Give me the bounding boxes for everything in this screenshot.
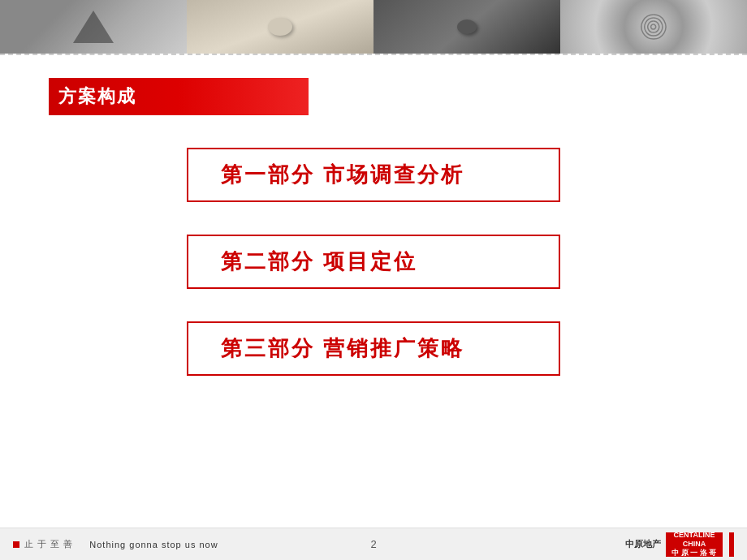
footer-left: 止 于 至 善 Nothing gonna stop us now <box>13 538 218 550</box>
footer-page-number: 2 <box>370 538 376 550</box>
footer-dot-label: 止 于 至 善 <box>24 538 73 550</box>
dark-stone-shape <box>457 19 477 34</box>
stone-shape <box>268 18 292 36</box>
pyramid-shape <box>73 11 114 43</box>
footer-logo-line2: 中 原 一 洛 哥 <box>666 549 723 558</box>
header-image-stone <box>187 0 374 54</box>
footer-logo-area: 中原地产 CENTALINE CHINA 中 原 一 洛 哥 <box>625 532 734 557</box>
section-3-text: 第三部分 营销推广策略 <box>221 336 464 360</box>
header-image-strip <box>0 0 747 55</box>
section-box-2[interactable]: 第二部分 项目定位 <box>187 235 560 289</box>
header-image-spiral <box>560 0 747 54</box>
header-image-dark-stone <box>374 0 560 54</box>
main-content: 第一部分 市场调查分析 第二部分 项目定位 第三部分 营销推广策略 <box>0 148 747 408</box>
section-box-3[interactable]: 第三部分 营销推广策略 <box>187 321 560 376</box>
footer-logo-line1: CENTALINE CHINA <box>666 531 723 549</box>
section-box-1[interactable]: 第一部分 市场调查分析 <box>187 148 560 202</box>
section-1-text: 第一部分 市场调查分析 <box>221 162 464 187</box>
footer-brand-cn: 中原地产 <box>625 538 661 550</box>
title-banner: 方案构成 <box>49 78 309 115</box>
footer-tagline: Nothing gonna stop us now <box>89 540 218 549</box>
section-2-text: 第二部分 项目定位 <box>221 249 417 274</box>
footer-dot <box>13 541 19 548</box>
title-banner-text: 方案构成 <box>58 86 136 106</box>
header-image-pyramid <box>0 0 187 54</box>
footer-logo-box: CENTALINE CHINA 中 原 一 洛 哥 <box>666 532 723 557</box>
footer: 止 于 至 善 Nothing gonna stop us now 2 中原地产… <box>0 528 747 560</box>
footer-red-stripe <box>729 532 734 557</box>
spiral-svg <box>633 6 674 47</box>
footer-logo-text: CENTALINE CHINA 中 原 一 洛 哥 <box>666 531 723 557</box>
